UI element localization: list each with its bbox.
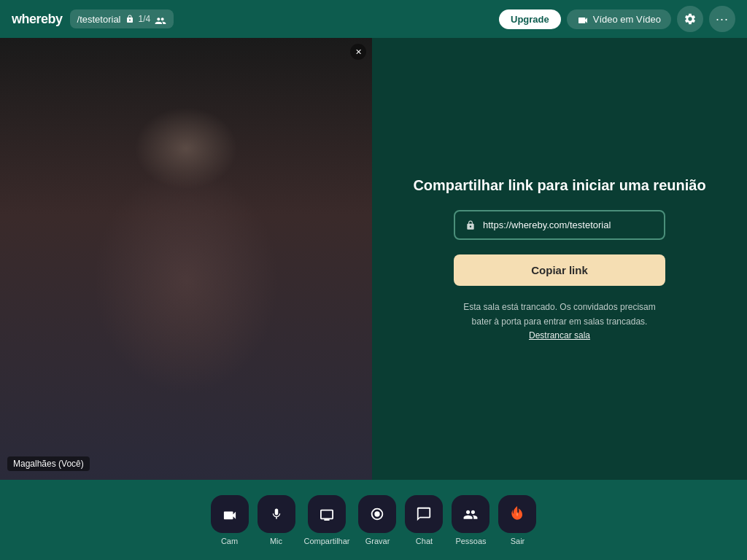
chat-label: Chat bbox=[416, 537, 433, 545]
video-name-tag: Magalhães (Você) bbox=[7, 456, 90, 471]
video-em-video-label: Vídeo em Vídeo bbox=[593, 14, 661, 25]
video-close-button[interactable]: ✕ bbox=[350, 44, 366, 60]
share-link-url: https://whereby.com/testetorial bbox=[483, 219, 611, 230]
room-name: /testetorial bbox=[77, 14, 121, 25]
share-link-box: https://whereby.com/testetorial bbox=[454, 210, 665, 240]
room-info[interactable]: /testetorial 1/4 bbox=[70, 9, 174, 28]
leave-button[interactable]: Sair bbox=[498, 495, 536, 545]
record-label: Gravar bbox=[365, 537, 390, 545]
topbar-right: Upgrade Vídeo em Vídeo ··· bbox=[499, 6, 735, 32]
cam-label: Cam bbox=[221, 537, 238, 545]
record-icon-bg bbox=[358, 495, 396, 533]
more-button[interactable]: ··· bbox=[709, 6, 735, 32]
leave-label: Sair bbox=[511, 537, 525, 545]
cam-button[interactable]: Cam bbox=[211, 495, 249, 545]
people-icon-bg bbox=[452, 495, 489, 533]
share-icon-bg bbox=[308, 495, 346, 533]
video-panel: ✕ Magalhães (Você) bbox=[0, 38, 372, 480]
people-icon bbox=[155, 12, 166, 26]
bottombar: Cam Mic Compartilhar Gravar Chat Pessoas bbox=[0, 480, 747, 560]
upgrade-button[interactable]: Upgrade bbox=[499, 9, 561, 29]
chat-icon-bg bbox=[405, 495, 443, 533]
mic-icon-bg bbox=[258, 495, 295, 533]
record-button[interactable]: Gravar bbox=[358, 495, 396, 545]
unlock-sala-link[interactable]: Destrancar sala bbox=[529, 330, 590, 341]
app-logo: whereby bbox=[12, 12, 63, 27]
chat-button[interactable]: Chat bbox=[405, 495, 443, 545]
topbar: whereby /testetorial 1/4 Upgrade Vídeo e… bbox=[0, 0, 747, 38]
svg-point-1 bbox=[375, 511, 380, 516]
share-label: Compartilhar bbox=[304, 537, 350, 545]
cam-icon-bg bbox=[211, 495, 249, 533]
share-title: Compartilhar link para iniciar uma reuni… bbox=[413, 175, 705, 195]
video-em-video-button[interactable]: Vídeo em Vídeo bbox=[567, 9, 671, 29]
settings-button[interactable] bbox=[677, 6, 703, 32]
mic-label: Mic bbox=[270, 537, 282, 545]
link-lock-icon bbox=[465, 219, 476, 231]
share-note: Esta sala está trancado. Os convidados p… bbox=[454, 300, 665, 343]
people-button[interactable]: Pessoas bbox=[452, 495, 489, 545]
copy-link-button[interactable]: Copiar link bbox=[454, 254, 665, 286]
room-count: 1/4 bbox=[139, 14, 151, 24]
people-label: Pessoas bbox=[455, 537, 486, 545]
more-icon: ··· bbox=[716, 12, 729, 27]
video-feed bbox=[0, 38, 372, 480]
share-panel: Compartilhar link para iniciar uma reuni… bbox=[372, 38, 747, 480]
share-screen-button[interactable]: Compartilhar bbox=[304, 495, 350, 545]
main-content: ✕ Magalhães (Você) Compartilhar link par… bbox=[0, 38, 747, 480]
room-lock-icon bbox=[125, 15, 134, 23]
leave-icon-bg bbox=[498, 495, 536, 533]
mic-button[interactable]: Mic bbox=[258, 495, 295, 545]
